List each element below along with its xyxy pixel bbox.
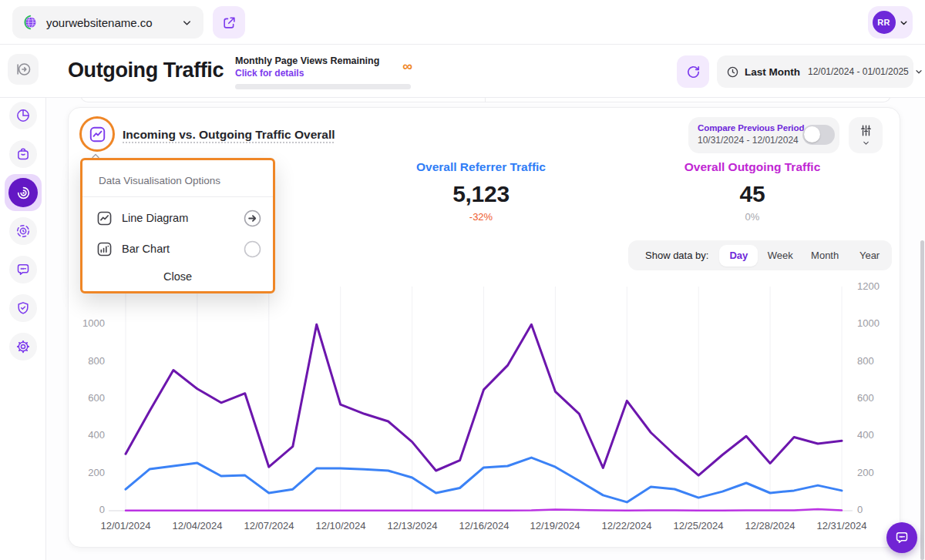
- show-data-by: Show data by: Day Week Month Year: [628, 240, 892, 270]
- gear-icon: [15, 339, 31, 354]
- line-chart-icon: [96, 210, 113, 227]
- arrow-right-circle-icon[interactable]: [243, 209, 262, 228]
- option-label: Bar Chart: [122, 243, 170, 255]
- tab-month[interactable]: Month: [802, 250, 847, 261]
- chart-filters-button[interactable]: [849, 117, 883, 153]
- bar-chart-icon: [96, 240, 113, 258]
- stat-referrer-delta: -32%: [358, 211, 604, 223]
- toggle-knob: [804, 126, 820, 143]
- compare-toggle[interactable]: [802, 125, 835, 145]
- show-data-by-label: Show data by:: [645, 250, 708, 261]
- sliders-icon: [859, 123, 873, 138]
- chat-bubble-icon: [15, 262, 31, 277]
- quota-progress-bar: [235, 84, 411, 89]
- line-chart-icon: [88, 125, 107, 144]
- scan-target-icon: [15, 223, 31, 239]
- stat-outgoing-delta: 0%: [629, 211, 876, 223]
- bag-icon: [15, 146, 31, 162]
- stat-referrer: Overall Referrer Traffic 5,123 -32%: [358, 160, 604, 223]
- stat-outgoing: Overall Outgoing Traffic 45 0%: [629, 160, 876, 223]
- chat-bubble-icon: [894, 530, 910, 545]
- tab-day[interactable]: Day: [719, 245, 758, 267]
- sidebar-item-store[interactable]: [9, 140, 37, 168]
- topbar: yourwebsitename.co RR: [0, 0, 925, 45]
- quota-block[interactable]: Monthly Page Views Remaining Click for d…: [235, 55, 411, 89]
- visualisation-options-button[interactable]: [79, 116, 115, 152]
- globe-icon: [22, 14, 39, 31]
- site-name: yourwebsitename.co: [46, 16, 153, 29]
- pie-chart-icon: [15, 108, 31, 123]
- radio-unselected-icon[interactable]: [243, 240, 262, 259]
- sidebar-item-traffic-active[interactable]: [5, 174, 42, 211]
- sidebar-item-security[interactable]: [9, 294, 37, 322]
- chevron-down-icon: [862, 139, 870, 147]
- external-link-icon: [222, 15, 237, 30]
- stat-outgoing-value: 45: [629, 181, 876, 207]
- chevron-down-icon: [914, 67, 923, 76]
- tab-week[interactable]: Week: [758, 250, 802, 261]
- refresh-icon: [686, 65, 701, 79]
- compare-previous-period: Compare Previous Period 10/31/2024 - 12/…: [688, 117, 839, 153]
- option-bar-chart[interactable]: Bar Chart: [96, 237, 262, 260]
- user-menu[interactable]: RR: [868, 6, 913, 39]
- stat-outgoing-title: Overall Outgoing Traffic: [629, 160, 876, 174]
- site-selector[interactable]: yourwebsitename.co: [12, 6, 204, 39]
- collapse-arrow-icon: [15, 61, 32, 78]
- chevron-down-icon: [899, 18, 909, 28]
- clock-icon: [726, 65, 739, 79]
- quota-details-link[interactable]: Click for details: [235, 68, 411, 79]
- popup-close-button[interactable]: Close: [82, 270, 273, 283]
- page-title: Outgoing Traffic: [68, 59, 224, 82]
- stat-referrer-title: Overall Referrer Traffic: [358, 160, 604, 174]
- sidebar-item-settings[interactable]: [9, 333, 37, 360]
- refresh-button[interactable]: [677, 55, 709, 88]
- scrollbar-thumb[interactable]: [920, 240, 924, 560]
- date-range-picker[interactable]: Last Month 12/01/2024 - 01/01/2025: [717, 55, 913, 88]
- sidebar-collapse-button[interactable]: [8, 54, 39, 85]
- sidebar-item-monitor[interactable]: [9, 217, 37, 245]
- quota-label: Monthly Page Views Remaining: [235, 55, 411, 66]
- range-label: Last Month: [745, 66, 800, 78]
- traffic-radar-icon: [15, 185, 32, 201]
- card-title: Incoming vs. Outgoing Traffic Overall: [123, 128, 335, 142]
- tab-year[interactable]: Year: [847, 250, 892, 261]
- avatar: RR: [873, 11, 896, 34]
- open-site-button[interactable]: [213, 6, 245, 39]
- chevron-down-icon: [181, 17, 193, 29]
- data-visualisation-popup: Data Visualisation Options Line Diagram …: [80, 158, 275, 293]
- sidebar-item-overview[interactable]: [9, 102, 37, 129]
- shield-check-icon: [15, 300, 31, 316]
- popup-title: Data Visualisation Options: [99, 175, 220, 186]
- option-label: Line Diagram: [122, 212, 188, 224]
- range-dates: 12/01/2024 - 01/01/2025: [808, 66, 909, 77]
- support-chat-button[interactable]: [886, 522, 917, 553]
- option-line-diagram[interactable]: Line Diagram: [96, 206, 262, 230]
- sidebar-item-messages[interactable]: [9, 256, 37, 283]
- popup-divider: [82, 196, 273, 197]
- stat-referrer-value: 5,123: [358, 181, 604, 207]
- infinity-icon: ∞: [402, 59, 412, 75]
